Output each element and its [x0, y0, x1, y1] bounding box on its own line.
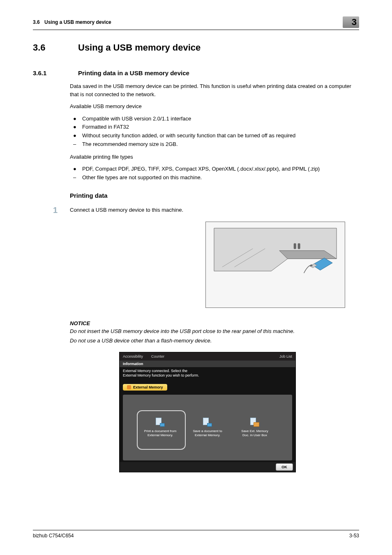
ui-footer: OK [120, 462, 295, 472]
notice-heading: NOTICE [70, 320, 359, 326]
save-to-external-memory-tile[interactable]: Save a document to External Memory. [188, 418, 227, 438]
list-item: –The recommended memory size is 2GB. [70, 140, 359, 149]
paragraph: Available printing file types [70, 153, 359, 161]
svg-rect-5 [298, 243, 300, 249]
step-number: 1 [33, 206, 70, 215]
header-section-num: 3.6 [33, 19, 40, 25]
doc-usb-icon [156, 418, 165, 427]
footer-page: 3-53 [349, 533, 359, 539]
list-item: ●PDF, Compact PDF, JPEG, TIFF, XPS, Comp… [70, 165, 359, 173]
list-item: ●Without security function added, or wit… [70, 132, 359, 140]
save-to-user-box-tile[interactable]: Save Ext. Memory Doc. in User Box [235, 418, 274, 438]
svg-rect-4 [294, 243, 296, 249]
doc-box-icon [250, 418, 259, 427]
counter-button[interactable]: Counter [151, 354, 164, 358]
bullet-list: ●PDF, Compact PDF, JPEG, TIFF, XPS, Comp… [70, 165, 359, 182]
header-section-title: Using a USB memory device [44, 19, 111, 25]
tile-area: Print a document from External Memory. S… [123, 395, 292, 460]
procedure-step: 1 Connect a USB memory device to this ma… [33, 206, 359, 215]
step-text: Connect a USB memory device to this mach… [70, 206, 183, 215]
h2-number: 3.6.1 [33, 69, 78, 76]
paragraph: Available USB memory device [70, 102, 359, 111]
ui-top-bar: Accessibility Counter Job List [120, 352, 295, 361]
info-header: Information [120, 361, 295, 367]
heading-1: 3.6 Using a USB memory device [33, 42, 359, 53]
figure-usb-insert [205, 222, 345, 308]
h1-number: 3.6 [33, 42, 78, 53]
heading-3: Printing data [70, 192, 359, 199]
list-item: ●Formatted in FAT32 [70, 123, 359, 132]
paragraph: Data saved in the USB memory device can … [70, 82, 359, 98]
footer-model: bizhub C754/C654 [33, 533, 74, 539]
external-memory-tab[interactable]: External Memory [123, 384, 167, 391]
heading-2: 3.6.1 Printing data in a USB memory devi… [33, 69, 359, 76]
list-item: –Other file types are not supported on t… [70, 173, 359, 182]
doc-usb-icon [203, 418, 212, 427]
notice-line: Do not insert the USB memory device into… [70, 328, 359, 334]
h2-title: Printing data in a USB memory device [78, 69, 189, 76]
accessibility-button[interactable]: Accessibility [123, 354, 143, 358]
ok-button[interactable]: OK [276, 463, 293, 471]
list-item: ●Compatible with USB version 2.0/1.1 int… [70, 115, 359, 123]
info-message: External Memory connected. Select the Ex… [120, 367, 295, 382]
chapter-badge: 3 [343, 16, 359, 28]
print-from-external-memory-tile[interactable]: Print a document from External Memory. [141, 418, 180, 438]
h1-title: Using a USB memory device [78, 42, 201, 53]
running-footer: bizhub C754/C654 3-53 [33, 530, 359, 539]
external-memory-icon [127, 385, 131, 389]
job-list-button[interactable]: Job List [279, 354, 292, 358]
touchscreen-panel: Accessibility Counter Job List Informati… [119, 352, 296, 472]
bullet-list: ●Compatible with USB version 2.0/1.1 int… [70, 115, 359, 149]
running-header: 3.6 Using a USB memory device 3 [33, 16, 359, 30]
notice-line: Do not use a USB device other than a fla… [70, 338, 359, 344]
